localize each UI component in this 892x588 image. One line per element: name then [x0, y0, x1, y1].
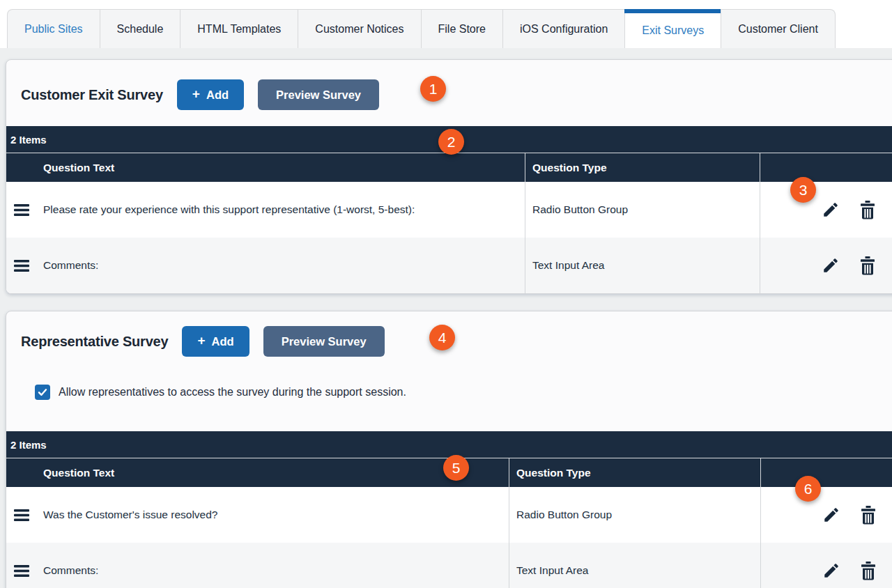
tab-file-store[interactable]: File Store	[421, 9, 503, 48]
column-header-actions	[760, 153, 892, 182]
section-title: Representative Survey	[21, 334, 168, 350]
callout-badge-6: 6	[795, 476, 821, 502]
question-row: Comments: Text Input Area	[6, 543, 892, 588]
allow-survey-label: Allow representatives to access the surv…	[59, 386, 406, 399]
tab-public-sites[interactable]: Public Sites	[7, 9, 100, 48]
tab-exit-surveys[interactable]: Exit Surveys	[624, 9, 721, 48]
customer-questions-table: Question Text Question Type Please rate …	[6, 153, 892, 293]
plus-icon: +	[197, 333, 205, 348]
callout-badge-1: 1	[420, 76, 446, 102]
column-header-actions	[760, 458, 892, 487]
pencil-icon	[822, 562, 840, 580]
drag-handle-icon[interactable]	[14, 204, 29, 216]
section-title: Customer Exit Survey	[21, 87, 163, 103]
representative-survey-section: Representative Survey + Add Preview Surv…	[6, 311, 892, 588]
question-type: Radio Button Group	[525, 182, 760, 238]
add-button-label: Add	[206, 88, 229, 102]
tab-html-templates[interactable]: HTML Templates	[180, 9, 298, 48]
trash-icon	[859, 256, 876, 275]
delete-button[interactable]	[859, 256, 876, 275]
tab-ios-configuration[interactable]: iOS Configuration	[502, 9, 625, 48]
trash-icon	[860, 562, 877, 580]
add-question-button[interactable]: + Add	[182, 326, 249, 357]
allow-survey-checkbox[interactable]	[35, 385, 50, 400]
question-text: Comments:	[43, 259, 98, 272]
exit-surveys-page: Public Sites Schedule HTML Templates Cus…	[0, 0, 892, 588]
question-type: Text Input Area	[509, 543, 760, 588]
preview-survey-button[interactable]: Preview Survey	[263, 326, 385, 357]
drag-handle-icon[interactable]	[14, 260, 29, 272]
tab-bar: Public Sites Schedule HTML Templates Cus…	[0, 0, 892, 48]
column-header-question-type: Question Type	[525, 153, 760, 182]
customer-exit-survey-section: Customer Exit Survey + Add Preview Surve…	[6, 59, 892, 294]
delete-button[interactable]	[859, 201, 876, 219]
column-header-question-type: Question Type	[509, 458, 760, 487]
edit-button[interactable]	[822, 256, 840, 274]
trash-icon	[859, 201, 876, 219]
delete-button[interactable]	[860, 562, 877, 580]
question-text: Comments:	[43, 564, 98, 577]
edit-button[interactable]	[822, 562, 840, 580]
question-text: Was the Customer's issue resolved?	[43, 509, 217, 521]
add-button-label: Add	[212, 335, 234, 348]
add-question-button[interactable]: + Add	[177, 79, 244, 110]
question-row: Comments: Text Input Area	[6, 238, 892, 293]
question-row: Was the Customer's issue resolved? Radio…	[6, 487, 892, 543]
delete-button[interactable]	[860, 506, 877, 525]
preview-survey-button[interactable]: Preview Survey	[258, 79, 379, 110]
tab-customer-notices[interactable]: Customer Notices	[298, 9, 421, 48]
edit-button[interactable]	[822, 201, 840, 219]
column-header-question-text: Question Text	[6, 458, 509, 487]
callout-badge-3: 3	[790, 177, 816, 203]
drag-handle-icon[interactable]	[14, 565, 29, 577]
pencil-icon	[822, 201, 840, 219]
tab-customer-client[interactable]: Customer Client	[721, 9, 836, 48]
allow-survey-option: Allow representatives to access the surv…	[35, 385, 892, 400]
column-header-question-text: Question Text	[6, 153, 525, 182]
callout-badge-2: 2	[438, 129, 464, 155]
drag-handle-icon[interactable]	[14, 509, 29, 521]
customer-exit-survey-header: Customer Exit Survey + Add Preview Surve…	[6, 60, 892, 126]
edit-button[interactable]	[822, 506, 840, 524]
question-type: Text Input Area	[525, 238, 760, 293]
table-header-row: Question Text Question Type	[6, 153, 892, 182]
checkmark-icon	[37, 387, 48, 398]
tab-schedule[interactable]: Schedule	[100, 9, 181, 48]
callout-badge-4: 4	[429, 325, 455, 350]
trash-icon	[860, 506, 877, 525]
question-row: Please rate your experience with this su…	[6, 182, 892, 238]
pencil-icon	[822, 506, 840, 524]
plus-icon: +	[192, 86, 200, 102]
question-type: Radio Button Group	[509, 487, 760, 543]
items-count-bar: 2 Items	[6, 431, 892, 458]
question-text: Please rate your experience with this su…	[43, 203, 415, 216]
pencil-icon	[822, 256, 840, 274]
callout-badge-5: 5	[443, 455, 469, 481]
